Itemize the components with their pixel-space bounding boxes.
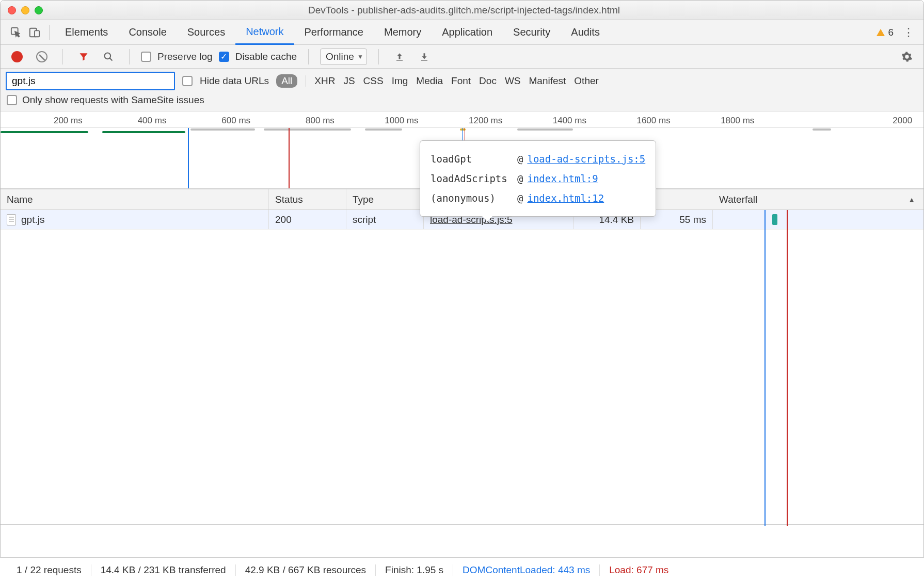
samesite-checkbox[interactable] (7, 95, 17, 105)
filter-type-js[interactable]: JS (343, 75, 355, 87)
ruler-tick: 200 ms (54, 116, 85, 126)
col-header-name[interactable]: Name (1, 189, 269, 209)
separator (308, 49, 309, 64)
filter-type-doc[interactable]: Doc (479, 75, 497, 87)
status-bar: 1 / 22 requests 14.4 KB / 231 KB transfe… (0, 557, 924, 582)
tab-elements[interactable]: Elements (55, 20, 118, 45)
col-header-status[interactable]: Status (269, 189, 346, 209)
cell-waterfall (713, 210, 923, 229)
svg-rect-5 (421, 60, 427, 61)
stack-function: loadGpt (431, 149, 513, 169)
throttling-value: Online (326, 51, 354, 62)
ruler-tick: 1200 ms (469, 116, 504, 126)
status-requests: 1 / 22 requests (7, 564, 91, 576)
filter-type-other[interactable]: Other (574, 75, 599, 87)
col-header-waterfall[interactable]: Waterfall ▲ (713, 189, 923, 209)
filter-type-ws[interactable]: WS (505, 75, 521, 87)
cell-status: 200 (269, 210, 346, 229)
status-finish: Finish: 1.95 s (376, 564, 453, 576)
download-har-icon[interactable] (415, 47, 434, 66)
stack-link[interactable]: load-ad-scripts.js:5 (527, 149, 645, 169)
timeline-ruler: 200 ms 400 ms 600 ms 800 ms 1000 ms 1200… (1, 111, 923, 128)
col-header-waterfall-label: Waterfall (719, 194, 757, 205)
svg-rect-4 (396, 60, 403, 61)
upload-har-icon[interactable] (390, 47, 409, 66)
sort-arrow-icon: ▲ (908, 196, 915, 204)
tab-security[interactable]: Security (503, 20, 561, 45)
filter-type-manifest[interactable]: Manifest (529, 75, 566, 87)
stack-frame: loadGpt @ load-ad-scripts.js:5 (431, 149, 645, 169)
filter-type-css[interactable]: CSS (363, 75, 384, 87)
stack-at: @ (517, 188, 523, 208)
separator (62, 49, 63, 64)
device-toolbar-icon[interactable] (25, 23, 44, 42)
more-menu-icon[interactable]: ⋮ (900, 26, 917, 39)
request-table: Name Status Type Initiator Size Time Wat… (1, 189, 923, 525)
status-load: Load: 677 ms (600, 564, 678, 576)
ruler-tick: 2000 (893, 116, 914, 126)
network-toolbar: Preserve log ✓ Disable cache Online ▼ (1, 45, 923, 69)
warning-count: 6 (888, 27, 894, 38)
tab-sources[interactable]: Sources (177, 20, 235, 45)
request-name: gpt.js (21, 214, 44, 225)
filter-type-all[interactable]: All (276, 74, 297, 88)
chevron-down-icon: ▼ (357, 53, 363, 60)
warning-icon (877, 29, 885, 36)
record-button[interactable] (8, 47, 26, 66)
cell-type: script (346, 210, 424, 229)
samesite-label: Only show requests with SameSite issues (22, 94, 204, 106)
filter-input[interactable] (6, 72, 175, 90)
timeline-segment (1, 131, 88, 133)
filter-type-font[interactable]: Font (451, 75, 471, 87)
record-icon (11, 51, 23, 62)
stack-frame: (anonymous) @ index.html:12 (431, 188, 645, 208)
stack-function: loadAdScripts (431, 169, 513, 188)
timeline-segment (517, 128, 572, 131)
throttling-select[interactable]: Online ▼ (320, 48, 367, 65)
ruler-tick: 800 ms (306, 116, 337, 126)
filter-type-xhr[interactable]: XHR (314, 75, 335, 87)
timeline-segment (102, 131, 185, 133)
ruler-tick: 400 ms (138, 116, 169, 126)
filter-type-img[interactable]: Img (392, 75, 408, 87)
disable-cache-checkbox[interactable]: ✓ (219, 52, 229, 62)
filter-toggle-icon[interactable] (74, 47, 93, 66)
stack-at: @ (517, 169, 523, 188)
tab-memory[interactable]: Memory (374, 20, 432, 45)
file-icon (7, 214, 16, 225)
settings-icon[interactable] (898, 47, 916, 66)
separator (306, 75, 306, 87)
tab-application[interactable]: Application (432, 20, 503, 45)
tab-network[interactable]: Network (235, 20, 294, 45)
status-dcl: DOMContentLoaded: 443 ms (453, 564, 600, 576)
ruler-tick: 1800 ms (721, 116, 756, 126)
devtools-tabs: Elements Console Sources Network Perform… (1, 20, 923, 45)
waterfall-bar (772, 214, 777, 225)
separator (378, 49, 379, 64)
stack-at: @ (517, 149, 523, 169)
tab-performance[interactable]: Performance (294, 20, 374, 45)
separator (129, 49, 130, 64)
hide-data-urls-label: Hide data URLs (200, 75, 269, 87)
preserve-log-checkbox[interactable] (141, 52, 151, 62)
inspect-element-icon[interactable] (7, 23, 25, 42)
timeline-segment (813, 128, 831, 131)
warning-badge[interactable]: 6 (877, 27, 894, 38)
tab-console[interactable]: Console (118, 20, 177, 45)
ruler-tick: 1400 ms (553, 116, 588, 126)
tab-audits[interactable]: Audits (561, 20, 610, 45)
filter-bar: Hide data URLs All XHR JS CSS Img Media … (1, 69, 923, 111)
col-header-type[interactable]: Type (346, 189, 424, 209)
stack-link[interactable]: index.html:12 (527, 188, 604, 208)
stack-link[interactable]: index.html:9 (527, 169, 598, 188)
timeline-overview[interactable]: 200 ms 400 ms 600 ms 800 ms 1000 ms 1200… (1, 111, 923, 189)
timeline-segment (365, 128, 402, 131)
filter-type-media[interactable]: Media (416, 75, 443, 87)
load-marker (289, 128, 290, 188)
load-line (787, 210, 788, 526)
hide-data-urls-checkbox[interactable] (182, 76, 193, 86)
search-icon[interactable] (99, 47, 118, 66)
clear-button[interactable] (33, 47, 51, 66)
preserve-log-label: Preserve log (157, 51, 213, 62)
window-titlebar: DevTools - publisher-ads-audits.glitch.m… (1, 1, 923, 20)
